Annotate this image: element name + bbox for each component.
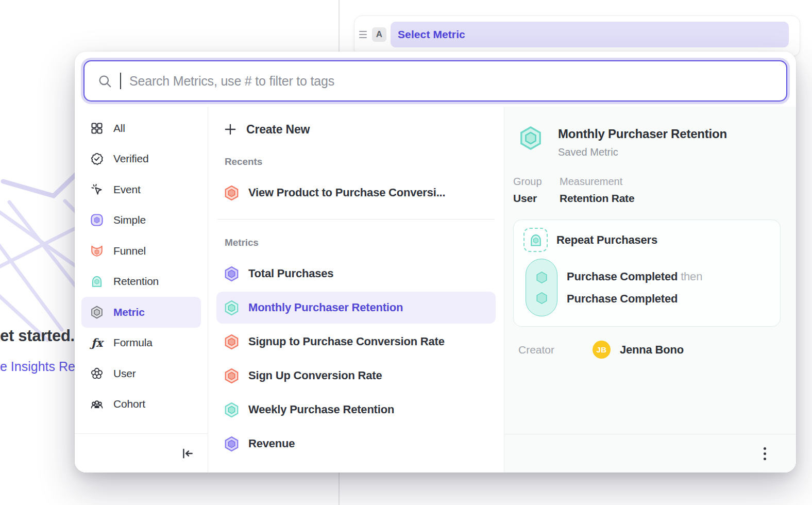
metric-item-label: Monthly Purchaser Retention: [248, 301, 403, 314]
sidebar-item-user[interactable]: User: [81, 358, 201, 389]
hexagon-teal-icon: [224, 300, 240, 316]
text-cursor: [120, 73, 121, 89]
collapse-left-icon[interactable]: [181, 447, 194, 460]
metric-bar: A Select Metric: [354, 15, 800, 57]
detail-type-label: Saved Metric: [558, 146, 727, 158]
metric-item-monthly-purchaser-retention[interactable]: Monthly Purchaser Retention: [216, 292, 496, 324]
group-field-label: Group: [513, 176, 547, 188]
metrics-section-label: Metrics: [225, 237, 488, 248]
retention-arch-icon: [529, 233, 543, 247]
detail-header: Monthly Purchaser Retention Saved Metric: [513, 126, 784, 158]
funnel-icon: [90, 244, 104, 258]
hexagon-purple-icon: [224, 436, 240, 452]
create-new-label: Create New: [246, 123, 310, 137]
metric-item-label: Total Purchases: [248, 267, 333, 280]
simple-event-icon: [90, 213, 104, 227]
metric-list-column: Create New Recents View Product to Purch…: [208, 107, 504, 473]
more-options-icon[interactable]: [760, 444, 769, 463]
hexagon-coral-icon: [224, 185, 240, 201]
recent-item[interactable]: View Product to Purchase Conversi...: [216, 177, 496, 209]
metric-item-sign-up-conversion-rate[interactable]: Sign Up Conversion Rate: [216, 360, 496, 392]
metric-item-signup-to-purchase-conversion-rate[interactable]: Signup to Purchase Conversion Rate: [216, 326, 496, 358]
metric-series-badge: A: [372, 27, 386, 42]
creator-label: Creator: [518, 344, 593, 356]
metric-item-label: Signup to Purchase Conversion Rate: [248, 335, 445, 348]
step-1-event: Purchase Completed then: [567, 270, 702, 283]
step-hexagon-icon: [535, 271, 549, 284]
retention-definition-icon: [523, 228, 548, 252]
verified-badge-icon: [90, 152, 104, 165]
drag-handle-icon[interactable]: [359, 31, 367, 38]
formula-fx-icon: ƒx: [90, 336, 104, 349]
create-new-button[interactable]: Create New: [224, 117, 488, 142]
metric-item-label: Weekly Purchase Retention: [248, 403, 394, 416]
detail-fields: Group User Measurement Retention Rate: [513, 176, 784, 205]
group-field-value: User: [513, 192, 547, 205]
sidebar-item-retention[interactable]: Retention: [81, 266, 201, 297]
metric-detail-panel: Monthly Purchaser Retention Saved Metric…: [504, 107, 796, 473]
cursor-click-icon: [90, 183, 104, 196]
search-placeholder: Search Metrics, use # to filter to tags: [129, 74, 334, 89]
list-divider: [217, 219, 495, 220]
metric-item-revenue[interactable]: Revenue: [216, 428, 496, 460]
sidebar-item-all[interactable]: All: [81, 113, 201, 144]
sidebar-item-label: Retention: [113, 275, 159, 288]
cohort-people-icon: [90, 397, 104, 411]
recents-section-label: Recents: [225, 156, 488, 167]
creator-row: Creator JB Jenna Bono: [513, 341, 784, 359]
sidebar-item-cohort[interactable]: Cohort: [81, 389, 201, 420]
step-connector: then: [681, 270, 702, 283]
sidebar-item-label: Simple: [113, 214, 146, 226]
sidebar-footer: [75, 433, 208, 473]
sidebar-item-label: All: [113, 122, 125, 134]
creator-avatar: JB: [593, 341, 611, 359]
type-filter-sidebar: All Verified Event: [75, 107, 208, 473]
sidebar-item-funnel[interactable]: Funnel: [81, 235, 201, 266]
sidebar-item-label: Metric: [113, 306, 145, 318]
step-hexagon-icon: [535, 291, 549, 305]
hexagon-coral-icon: [224, 334, 240, 350]
detail-title: Monthly Purchaser Retention: [558, 126, 727, 141]
sidebar-item-label: User: [113, 367, 136, 380]
sidebar-item-verified[interactable]: Verified: [81, 144, 201, 175]
measurement-field-value: Retention Rate: [560, 192, 634, 205]
metric-picker-modal: Search Metrics, use # to filter to tags …: [75, 52, 796, 473]
sidebar-item-metric[interactable]: Metric: [81, 297, 201, 328]
grid-icon: [90, 122, 104, 135]
sidebar-item-label: Verified: [113, 153, 148, 165]
metric-hexagon-icon: [90, 306, 104, 319]
background-chart-decoration-lines: [0, 170, 82, 345]
hexagon-purple-icon: [224, 266, 240, 282]
retention-arch-icon: [90, 275, 104, 288]
sidebar-item-event[interactable]: Event: [81, 174, 201, 205]
select-metric-button[interactable]: Select Metric: [391, 22, 789, 47]
hexagon-teal-icon: [224, 402, 240, 418]
definition-title: Repeat Purchasers: [556, 233, 657, 247]
creator-name: Jenna Bono: [620, 343, 684, 357]
metric-selector-screen: et started. e Insights Re A Select Metri…: [0, 0, 812, 505]
background-get-started-heading: et started.: [0, 327, 75, 345]
sidebar-item-label: Funnel: [113, 245, 146, 257]
hexagon-teal-icon: [518, 126, 543, 150]
sidebar-item-label: Cohort: [113, 398, 145, 410]
metric-item-label: Revenue: [248, 437, 295, 450]
retention-steps-capsule: [526, 259, 557, 316]
search-icon: [98, 74, 112, 88]
metric-item-weekly-purchase-retention[interactable]: Weekly Purchase Retention: [216, 394, 496, 426]
sidebar-item-simple[interactable]: Simple: [81, 205, 201, 236]
background-insights-report-link[interactable]: e Insights Re: [0, 359, 75, 374]
metric-item-total-purchases[interactable]: Total Purchases: [216, 258, 496, 290]
plus-icon: [224, 123, 237, 136]
metric-definition-card: Repeat Purchasers: [513, 220, 781, 327]
detail-footer: [504, 434, 796, 473]
measurement-field-label: Measurement: [560, 176, 634, 188]
recent-item-label: View Product to Purchase Conversi...: [248, 186, 445, 199]
hexagon-coral-icon: [224, 368, 240, 384]
user-cluster-icon: [90, 367, 104, 380]
step-2-event: Purchase Completed: [567, 292, 702, 306]
search-input[interactable]: Search Metrics, use # to filter to tags: [83, 60, 787, 102]
sidebar-item-formula[interactable]: ƒx Formula: [81, 328, 201, 359]
metric-item-label: Sign Up Conversion Rate: [248, 369, 382, 382]
sidebar-item-label: Formula: [113, 336, 153, 349]
sidebar-item-label: Event: [113, 183, 141, 196]
